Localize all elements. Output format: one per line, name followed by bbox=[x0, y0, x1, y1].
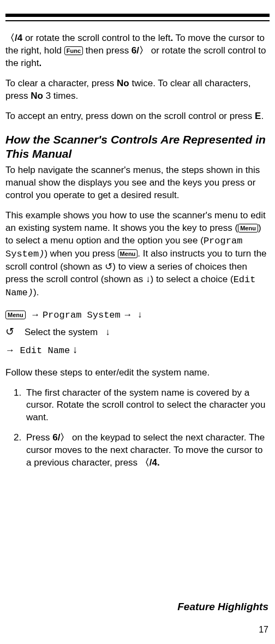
text: then press bbox=[83, 45, 131, 56]
menu-key-icon: Menu bbox=[238, 224, 258, 232]
text: This example shows you how to use the sc… bbox=[5, 210, 266, 233]
example-sequence: Menu → Program System → ↓ ↺ Select the s… bbox=[5, 307, 270, 359]
code-text: Edit Name bbox=[20, 345, 70, 356]
text: No bbox=[31, 91, 43, 101]
text: ) when you press bbox=[44, 248, 117, 259]
menu-key-icon: Menu bbox=[118, 249, 138, 258]
menu-key-icon: Menu bbox=[5, 311, 26, 319]
down-arrow-icon: ↓ bbox=[105, 327, 110, 337]
func-key-icon: Func bbox=[64, 46, 83, 55]
paragraph-intro: To help navigate the scanner's menus, th… bbox=[5, 164, 270, 202]
code-text: Program System bbox=[43, 310, 121, 320]
steps-list: The first character of the system name i… bbox=[5, 387, 270, 470]
list-item: Press 6/〉 on the keypad to select the ne… bbox=[24, 432, 270, 469]
down-arrow-icon: ↓ bbox=[73, 344, 78, 355]
paragraph-accept: To accept an entry, press down on the sc… bbox=[5, 110, 270, 123]
right-arrow-icon: → bbox=[123, 309, 132, 320]
text: Select the system bbox=[25, 327, 98, 337]
rule-thin bbox=[5, 20, 270, 21]
right-arrow-icon: → bbox=[31, 309, 40, 320]
text: Press bbox=[26, 432, 52, 443]
down-arrow-icon: ↓ bbox=[146, 274, 151, 284]
text: . bbox=[261, 111, 264, 121]
text: . bbox=[39, 58, 41, 68]
rotate-icon: ↺ bbox=[105, 261, 112, 272]
paragraph-cursor-move: 〈/4 or rotate the scroll control to the … bbox=[5, 32, 270, 70]
down-arrow-icon: ↓ bbox=[138, 309, 142, 320]
text: ) to select a choice ( bbox=[151, 274, 234, 284]
text: or rotate the scroll control to the left bbox=[22, 33, 170, 43]
page-number: 17 bbox=[259, 624, 268, 636]
text: No bbox=[117, 78, 129, 88]
text: /4 bbox=[15, 33, 22, 43]
text: 6/ bbox=[131, 45, 139, 56]
text: /4. bbox=[150, 457, 160, 468]
text: To clear a character, press bbox=[5, 78, 117, 88]
text: 3 times. bbox=[43, 91, 78, 101]
left-chevron-icon: 〈 bbox=[140, 457, 150, 468]
text: 6/ bbox=[52, 432, 60, 443]
right-chevron-icon: 〉 bbox=[139, 45, 148, 56]
left-chevron-icon: 〈 bbox=[5, 33, 15, 43]
rotate-icon: ↺ bbox=[5, 326, 14, 337]
section-heading: How the Scanner's Controls Are Represent… bbox=[5, 133, 270, 162]
right-arrow-icon: → bbox=[5, 345, 15, 355]
text: E bbox=[255, 111, 261, 121]
text: ). bbox=[33, 287, 39, 297]
paragraph-example-desc: This example shows you how to use the sc… bbox=[5, 210, 270, 300]
rule-thick bbox=[5, 14, 270, 17]
right-chevron-icon: 〉 bbox=[60, 432, 69, 443]
footer-title: Feature Highlights bbox=[177, 600, 268, 614]
text: To accept an entry, press down on the sc… bbox=[5, 111, 255, 121]
list-item: The first character of the system name i… bbox=[24, 387, 270, 425]
paragraph-follow: Follow these steps to enter/edit the sys… bbox=[5, 367, 270, 379]
paragraph-clear: To clear a character, press No twice. To… bbox=[5, 77, 270, 103]
